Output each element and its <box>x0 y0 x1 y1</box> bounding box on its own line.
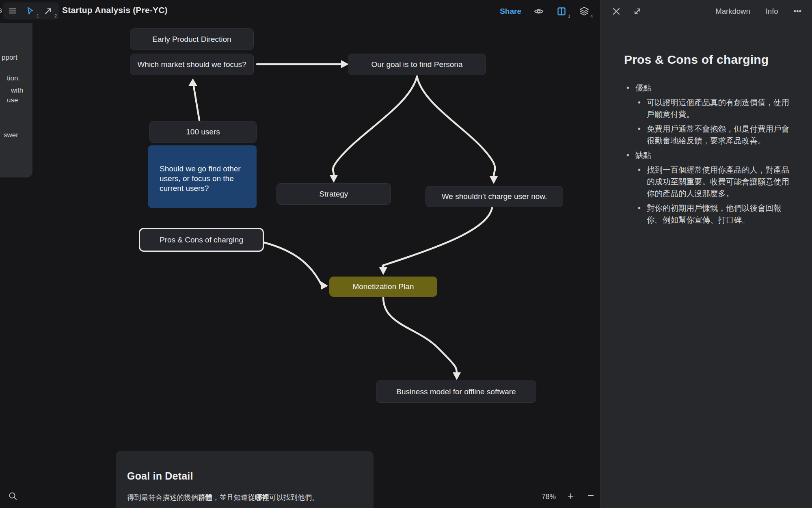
node-business-model-offline[interactable]: Business model for offline software <box>376 380 536 403</box>
node-100-users[interactable]: 100 users <box>149 121 257 143</box>
outline-item: 優點 可以證明這個產品真的有創造價值，使用戶願意付費。 免費用戶通常不會抱怨，但… <box>624 82 790 147</box>
panel-header: Markdown Info ••• <box>600 0 812 23</box>
layers-badge: 4 <box>590 14 593 19</box>
expand-icon[interactable] <box>632 6 643 17</box>
peek-text-fragment: use <box>7 96 18 104</box>
app-window: Early Product Direction Which market sho… <box>0 0 812 508</box>
canvas-tool-pill: 1 2 <box>3 2 59 19</box>
node-shouldnt-charge[interactable]: We shouldn’t charge user now. <box>425 186 563 207</box>
node-early-product-direction[interactable]: Early Product Direction <box>130 28 254 50</box>
search-icon[interactable] <box>8 491 18 501</box>
zoom-out-button[interactable]: − <box>587 489 594 502</box>
split-view-badge: 3 <box>568 14 570 19</box>
peek-text-fragment: tion. <box>7 74 20 82</box>
outline-subitem: 對你的初期用戶慷慨，他們以後會回報你。例如幫你宣傳、打口碑。 <box>635 202 790 226</box>
select-tool-icon[interactable]: 1 <box>25 6 36 16</box>
node-find-persona[interactable]: Our goal is to find Persona <box>348 54 486 75</box>
node-which-market[interactable]: Which market should we focus? <box>130 54 254 75</box>
goal-card-title: Goal in Detail <box>127 470 361 482</box>
edge-text-fragment: s <box>0 6 2 15</box>
board-title: Startup Analysis (Pre-YC) <box>62 5 168 15</box>
goal-in-detail-card[interactable]: Goal in Detail 得到最符合描述的幾個群體，並且知道從哪裡可以找到他… <box>116 451 374 508</box>
outline-subitem: 找到一百個經常使用你產品的人，對產品的成功至關重要。收費可能會讓願意使用你的產品… <box>635 164 790 199</box>
outline-subitem: 可以證明這個產品真的有創造價值，使用戶願意付費。 <box>635 97 790 120</box>
outline-subitem: 免費用戶通常不會抱怨，但是付費用戶會很勤奮地給反饋，要求產品改善。 <box>635 123 790 147</box>
info-button[interactable]: Info <box>766 7 778 16</box>
arrow-tool-icon[interactable]: 2 <box>43 6 54 16</box>
goal-card-text: 得到最符合描述的幾個群體，並且知道從哪裡可以找到他們。 <box>127 493 361 502</box>
node-users-question-card[interactable]: Should we go find other users, or focus … <box>148 145 257 208</box>
card-content[interactable]: Pros & Cons of charging 優點 可以證明這個產品真的有創造… <box>624 53 790 229</box>
share-button[interactable]: Share <box>500 7 521 16</box>
card-side-panel: Markdown Info ••• Pros & Cons of chargin… <box>600 0 812 508</box>
menu-icon[interactable] <box>7 6 18 16</box>
peek-text-fragment: with <box>11 86 23 95</box>
more-options-icon[interactable]: ••• <box>794 7 801 16</box>
layers-icon[interactable]: 4 <box>579 6 590 17</box>
card-outline: 優點 可以證明這個產品真的有創造價值，使用戶願意付費。 免費用戶通常不會抱怨，但… <box>624 82 790 226</box>
canvas-topbar-actions: Share 3 4 <box>500 4 590 19</box>
outline-item: 缺點 找到一百個經常使用你產品的人，對產品的成功至關重要。收費可能會讓願意使用你… <box>624 149 790 226</box>
zoom-in-button[interactable]: + <box>568 490 574 502</box>
select-tool-badge: 1 <box>37 13 39 18</box>
node-pros-cons-charging-selected[interactable]: Pros & Cons of charging <box>139 228 264 252</box>
close-icon[interactable] <box>611 6 622 17</box>
eye-icon[interactable] <box>533 6 544 17</box>
zoom-level[interactable]: 78% <box>542 493 556 501</box>
node-strategy[interactable]: Strategy <box>276 183 391 205</box>
markdown-button[interactable]: Markdown <box>715 7 750 16</box>
whiteboard-canvas[interactable]: Early Product Direction Which market sho… <box>0 0 600 508</box>
node-monetization-plan[interactable]: Monetization Plan <box>329 277 437 297</box>
arrow-tool-badge: 2 <box>54 13 57 18</box>
split-view-icon[interactable]: 3 <box>556 6 567 17</box>
connector-arrows <box>0 0 600 508</box>
peek-text-fragment: swer <box>4 131 18 139</box>
left-peek-card[interactable]: pport tion. with use swer <box>0 23 32 177</box>
card-title: Pros & Cons of charging <box>624 53 790 67</box>
peek-text-fragment: pport <box>2 54 17 62</box>
